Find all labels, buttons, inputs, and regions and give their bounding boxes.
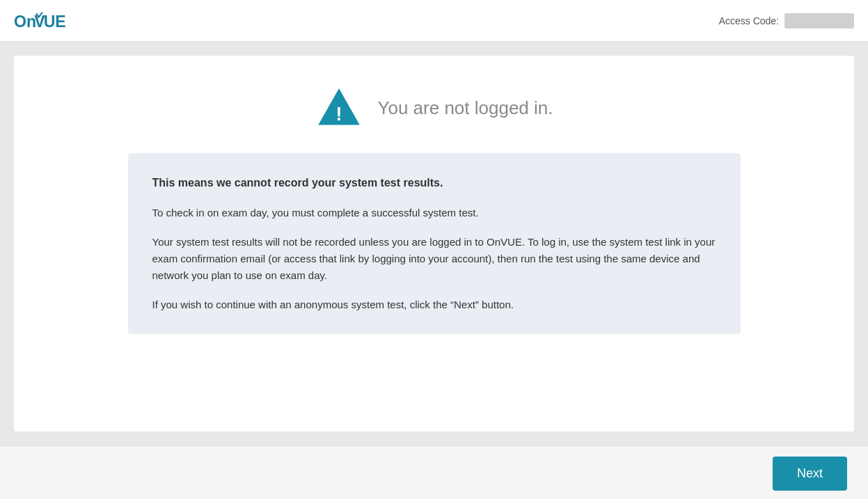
- warning-title: You are not logged in.: [377, 97, 553, 119]
- main-wrapper: ! You are not logged in. This means we c…: [0, 42, 868, 445]
- header: On V UE Access Code:: [0, 0, 868, 42]
- info-line3: If you wish to continue with an anonymou…: [152, 296, 716, 313]
- svg-text:On: On: [14, 12, 36, 30]
- svg-text:!: !: [336, 103, 342, 125]
- info-bold-line: This means we cannot record your system …: [152, 174, 716, 192]
- next-button[interactable]: Next: [773, 457, 847, 491]
- access-code-value: [784, 13, 854, 29]
- svg-text:UE: UE: [44, 12, 66, 30]
- footer: Next: [0, 445, 868, 499]
- onvue-logo: On V UE: [14, 7, 70, 35]
- info-line2: Your system test results will not be rec…: [152, 234, 716, 284]
- access-code-section: Access Code:: [719, 13, 854, 29]
- access-code-label: Access Code:: [719, 15, 779, 26]
- logo-container: On V UE: [14, 7, 70, 35]
- content-card: ! You are not logged in. This means we c…: [14, 56, 854, 431]
- warning-section: ! You are not logged in.: [315, 84, 553, 132]
- info-line1: To check in on exam day, you must comple…: [152, 205, 716, 221]
- warning-icon: !: [315, 84, 363, 132]
- info-box: This means we cannot record your system …: [128, 153, 741, 334]
